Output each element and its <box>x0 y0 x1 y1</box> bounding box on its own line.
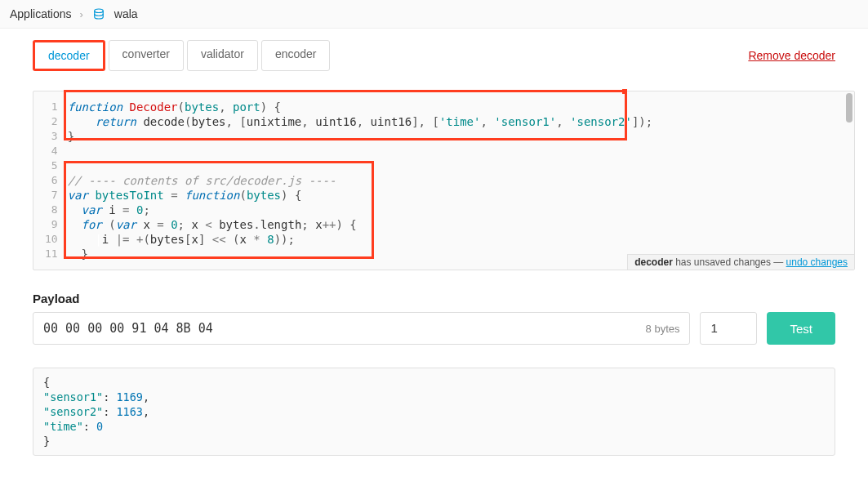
unsaved-text: has unsaved changes — <box>673 256 786 268</box>
chevron-right-icon: › <box>80 8 83 20</box>
tabs: decoderconvertervalidatorencoder <box>33 40 330 71</box>
payload-input[interactable]: 00 00 00 00 91 04 8B 04 8 bytes <box>33 312 690 345</box>
highlight-fold-corner <box>622 89 627 94</box>
payload-section: Payload 00 00 00 00 91 04 8B 04 8 bytes … <box>0 270 868 345</box>
breadcrumb-app-name[interactable]: wala <box>114 7 138 20</box>
editor-scrollbar[interactable] <box>846 93 852 123</box>
test-button[interactable]: Test <box>767 312 835 345</box>
remove-decoder-link[interactable]: Remove decoder <box>748 49 835 62</box>
unsaved-file-name: decoder <box>634 256 673 268</box>
output-brace-close: } <box>43 434 825 448</box>
payload-value[interactable]: 00 00 00 00 91 04 8B 04 <box>43 321 213 336</box>
tab-validator[interactable]: validator <box>187 40 258 71</box>
application-icon <box>91 7 106 21</box>
output-entry: "sensor1": 1169, <box>43 390 825 404</box>
undo-changes-link[interactable]: undo changes <box>786 256 848 268</box>
unsaved-changes-notice: decoder has unsaved changes — undo chang… <box>627 254 854 270</box>
tab-decoder[interactable]: decoder <box>33 40 105 71</box>
tab-converter[interactable]: converter <box>109 40 184 71</box>
code-editor[interactable]: 1234567891011 function Decoder(bytes, po… <box>33 91 855 270</box>
breadcrumb-root[interactable]: Applications <box>10 7 72 20</box>
svg-point-0 <box>95 9 104 13</box>
output-brace-open: { <box>43 375 825 390</box>
tab-encoder[interactable]: encoder <box>261 40 331 71</box>
output-entry: "time": 0 <box>43 419 825 434</box>
output-json[interactable]: { "sensor1": 1169, "sensor2": 1163, "tim… <box>33 368 835 456</box>
line-gutter: 1234567891011 <box>33 98 65 263</box>
breadcrumb: Applications › wala <box>0 0 868 29</box>
code-content[interactable]: function Decoder(bytes, port) { return d… <box>65 98 661 263</box>
tabs-row: decoderconvertervalidatorencoder Remove … <box>0 29 868 71</box>
code-editor-wrap: 1234567891011 function Decoder(bytes, po… <box>33 91 855 270</box>
payload-label: Payload <box>33 292 835 305</box>
port-input[interactable]: 1 <box>700 312 757 345</box>
payload-byte-count: 8 bytes <box>646 323 680 335</box>
output-entry: "sensor2": 1163, <box>43 404 825 419</box>
